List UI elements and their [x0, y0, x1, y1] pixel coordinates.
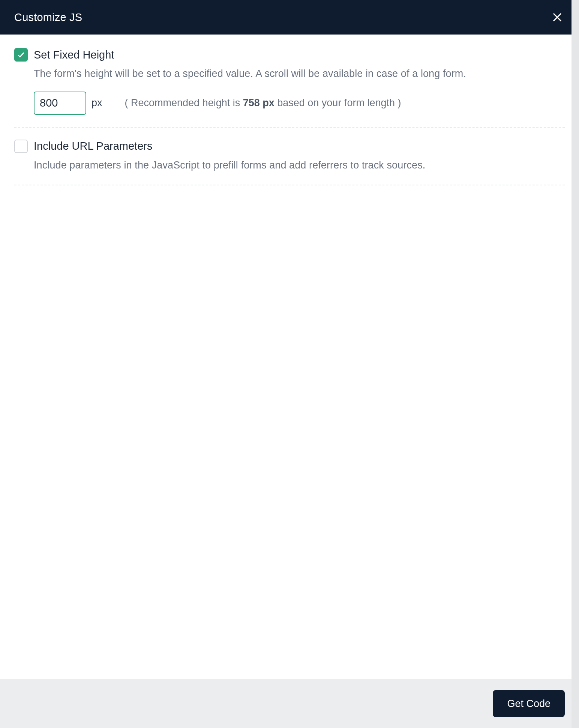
rec-value: 758 px	[243, 97, 274, 108]
url-params-title: Include URL Parameters	[34, 140, 152, 152]
rec-suffix: based on your form length )	[274, 97, 401, 108]
option-header: Set Fixed Height	[14, 48, 565, 62]
option-fixed-height: Set Fixed Height The form's height will …	[14, 48, 565, 128]
modal-content: Set Fixed Height The form's height will …	[0, 35, 579, 679]
unit-label: px	[92, 97, 102, 109]
url-params-checkbox[interactable]	[14, 140, 28, 153]
fixed-height-checkbox[interactable]	[14, 48, 28, 62]
fixed-height-title: Set Fixed Height	[34, 49, 114, 61]
customize-js-modal: Customize JS Set Fixed Height The form's…	[0, 0, 579, 728]
option-header: Include URL Parameters	[14, 140, 565, 153]
option-url-params: Include URL Parameters Include parameter…	[14, 140, 565, 185]
close-button[interactable]	[550, 10, 565, 25]
height-recommendation: ( Recommended height is 758 px based on …	[125, 97, 401, 109]
get-code-button[interactable]: Get Code	[493, 690, 565, 717]
modal-title: Customize JS	[14, 11, 82, 24]
scrollbar-track[interactable]	[572, 0, 579, 728]
close-icon	[552, 12, 563, 23]
modal-header: Customize JS	[0, 0, 579, 35]
height-input[interactable]	[34, 92, 86, 115]
height-input-row: px ( Recommended height is 758 px based …	[34, 92, 565, 115]
modal-footer: Get Code	[0, 679, 579, 728]
fixed-height-description: The form's height will be set to a speci…	[34, 67, 565, 81]
checkmark-icon	[17, 51, 25, 59]
url-params-description: Include parameters in the JavaScript to …	[34, 158, 565, 173]
rec-prefix: ( Recommended height is	[125, 97, 243, 108]
